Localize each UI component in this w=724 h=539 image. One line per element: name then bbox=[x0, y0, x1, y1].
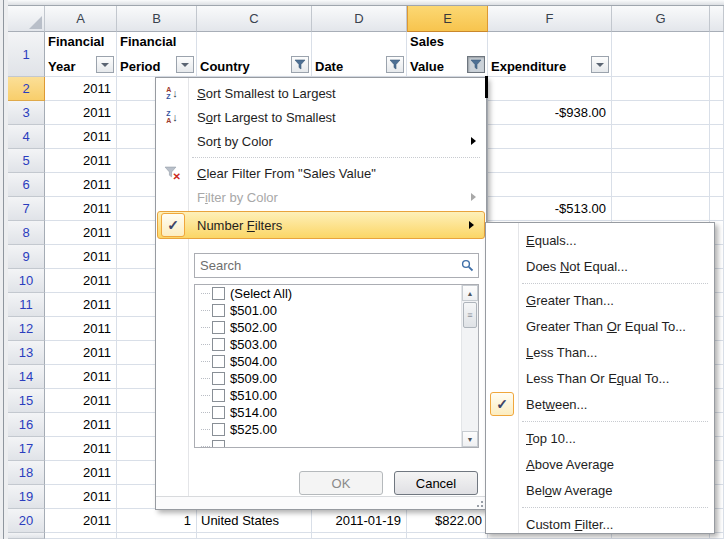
submenu-item-greater-than[interactable]: Greater Than... bbox=[486, 287, 714, 313]
row-number[interactable]: 2 bbox=[8, 77, 45, 101]
filter-funnel-button[interactable] bbox=[291, 56, 309, 73]
column-header-partial[interactable] bbox=[710, 6, 724, 32]
cell-financial-year[interactable]: 2011 bbox=[45, 365, 117, 389]
cell-financial-year[interactable]: 2011 bbox=[45, 389, 117, 413]
select-all-corner[interactable] bbox=[8, 6, 45, 32]
submenu-item-does-not-equal[interactable]: Does Not Equal... bbox=[486, 253, 714, 279]
filter-value-item[interactable]: (Select All) bbox=[195, 285, 461, 302]
filter-value-item[interactable]: $504.00 bbox=[195, 353, 461, 370]
cell-partial[interactable] bbox=[710, 125, 724, 149]
filter-value-item[interactable]: $510.00 bbox=[195, 387, 461, 404]
filter-dropdown-button[interactable] bbox=[176, 56, 194, 73]
header-cell-financial-period[interactable]: Financial Period bbox=[117, 32, 197, 77]
cell-expenditure[interactable] bbox=[488, 77, 612, 101]
header-cell-partial[interactable] bbox=[710, 32, 724, 77]
cell-financial-year[interactable]: 2011 bbox=[45, 341, 117, 365]
menu-item-sort-smallest-to-largest[interactable]: AZ↓ Sort Smallest to Largest bbox=[156, 81, 486, 105]
value-checkbox[interactable] bbox=[212, 287, 225, 300]
scrollbar-thumb[interactable]: ≡ bbox=[463, 302, 477, 328]
header-cell-date[interactable]: Date bbox=[312, 32, 407, 77]
list-scrollbar[interactable]: ▲ ≡ ▼ bbox=[461, 285, 478, 447]
submenu-item-less-than[interactable]: Less Than... bbox=[486, 339, 714, 365]
cell-expenditure[interactable] bbox=[488, 125, 612, 149]
menu-item-number-filters[interactable]: ✓ Number Filters bbox=[157, 211, 485, 239]
cell-financial-year[interactable]: 2011 bbox=[45, 149, 117, 173]
cell-sales-value[interactable]: $822.00 bbox=[407, 509, 488, 533]
column-header-c[interactable]: C bbox=[197, 6, 312, 32]
row-number[interactable]: 15 bbox=[8, 389, 45, 413]
cell-partial[interactable] bbox=[710, 173, 724, 197]
column-header-d[interactable]: D bbox=[312, 6, 407, 32]
filter-value-item[interactable]: $525.00 bbox=[195, 421, 461, 438]
filter-value-item[interactable]: $509.00 bbox=[195, 370, 461, 387]
cancel-button[interactable]: Cancel bbox=[394, 471, 478, 495]
submenu-item-below-average[interactable]: Below Average bbox=[486, 477, 714, 503]
value-checkbox[interactable] bbox=[212, 372, 225, 385]
filter-value-item[interactable]: $502.00 bbox=[195, 319, 461, 336]
row-number[interactable]: 9 bbox=[8, 245, 45, 269]
cell-empty[interactable] bbox=[612, 149, 710, 173]
value-checkbox[interactable] bbox=[212, 304, 225, 317]
header-cell-expenditure[interactable]: Expenditure bbox=[488, 32, 612, 77]
cell-financial-year[interactable]: 2011 bbox=[45, 173, 117, 197]
row-number[interactable]: 7 bbox=[8, 197, 45, 221]
value-checkbox[interactable] bbox=[212, 389, 225, 402]
row-number[interactable]: 11 bbox=[8, 293, 45, 317]
cell-financial-year[interactable]: 2011 bbox=[45, 125, 117, 149]
row-number[interactable] bbox=[8, 533, 45, 539]
filter-dropdown-button[interactable] bbox=[591, 56, 609, 73]
cell-financial-period[interactable] bbox=[117, 533, 197, 539]
filter-value-item-partial[interactable] bbox=[195, 438, 461, 447]
value-checkbox[interactable] bbox=[212, 440, 225, 447]
cell-empty[interactable] bbox=[612, 101, 710, 125]
submenu-item-above-average[interactable]: Above Average bbox=[486, 451, 714, 477]
cell-country[interactable] bbox=[197, 533, 312, 539]
column-header-e-selected[interactable]: E bbox=[407, 6, 488, 32]
cell-financial-year[interactable]: 2011 bbox=[45, 77, 117, 101]
row-number[interactable]: 5 bbox=[8, 149, 45, 173]
cell-financial-year[interactable]: 2011 bbox=[45, 245, 117, 269]
row-number[interactable]: 14 bbox=[8, 365, 45, 389]
row-number[interactable]: 10 bbox=[8, 269, 45, 293]
cell-partial[interactable] bbox=[710, 101, 724, 125]
column-header-a[interactable]: A bbox=[45, 6, 117, 32]
cell-expenditure[interactable]: -$938.00 bbox=[488, 101, 612, 125]
cell-partial[interactable] bbox=[710, 197, 724, 221]
search-input[interactable] bbox=[195, 258, 456, 273]
cell-partial[interactable] bbox=[710, 77, 724, 101]
row-number[interactable]: 13 bbox=[8, 341, 45, 365]
cell-country[interactable]: United States bbox=[197, 509, 312, 533]
submenu-item-between[interactable]: ✓ Between... bbox=[486, 391, 714, 417]
cell-financial-year[interactable]: 2011 bbox=[45, 293, 117, 317]
cell-financial-year[interactable]: 2011 bbox=[45, 413, 117, 437]
row-number[interactable]: 12 bbox=[8, 317, 45, 341]
search-icon[interactable] bbox=[456, 259, 478, 272]
submenu-item-greater-than-or-equal-to[interactable]: Greater Than Or Equal To... bbox=[486, 313, 714, 339]
submenu-item-custom-filter[interactable]: Custom Filter... bbox=[486, 511, 714, 537]
row-number[interactable]: 20 bbox=[8, 509, 45, 533]
value-checkbox[interactable] bbox=[212, 423, 225, 436]
value-checkbox[interactable] bbox=[212, 406, 225, 419]
cell-empty[interactable] bbox=[612, 197, 710, 221]
row-number[interactable]: 18 bbox=[8, 461, 45, 485]
value-checkbox[interactable] bbox=[212, 338, 225, 351]
menu-item-clear-filter[interactable]: ✕ Clear Filter From "Sales Value" bbox=[156, 161, 486, 185]
column-header-g[interactable]: G bbox=[612, 6, 710, 32]
cell-financial-year[interactable]: 2011 bbox=[45, 221, 117, 245]
row-number[interactable]: 17 bbox=[8, 437, 45, 461]
filter-value-item[interactable]: $501.00 bbox=[195, 302, 461, 319]
submenu-item-top-10[interactable]: Top 10... bbox=[486, 425, 714, 451]
value-checkbox[interactable] bbox=[212, 355, 225, 368]
ok-button[interactable]: OK bbox=[299, 471, 383, 495]
row-number[interactable]: 8 bbox=[8, 221, 45, 245]
menu-item-filter-by-color[interactable]: Filter by Color bbox=[156, 185, 486, 209]
menu-item-sort-largest-to-smallest[interactable]: ZA↓ Sort Largest to Smallest bbox=[156, 105, 486, 129]
value-checkbox[interactable] bbox=[212, 321, 225, 334]
cell-expenditure[interactable] bbox=[488, 173, 612, 197]
cell-financial-year[interactable]: 2011 bbox=[45, 461, 117, 485]
row-number[interactable]: 3 bbox=[8, 101, 45, 125]
filter-dropdown-button[interactable] bbox=[96, 56, 114, 73]
header-cell-country[interactable]: Country bbox=[197, 32, 312, 77]
scroll-down-button[interactable]: ▼ bbox=[462, 431, 478, 447]
cell-empty[interactable] bbox=[612, 125, 710, 149]
